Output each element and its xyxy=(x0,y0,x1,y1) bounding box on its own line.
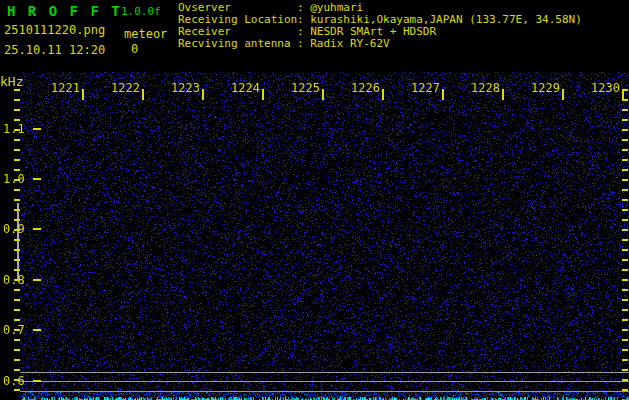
time-tick-mark xyxy=(142,89,144,100)
freq-major-tick xyxy=(33,128,41,130)
app-version: 1.0.0f xyxy=(121,5,161,18)
freq-minor-tick-left xyxy=(14,289,20,291)
spectrogram-plot xyxy=(0,70,629,400)
time-tick-label: 1227 xyxy=(411,81,440,95)
output-filename: 2510111220.png xyxy=(4,23,105,37)
time-tick-mark xyxy=(382,89,384,100)
freq-minor-tick-right xyxy=(622,189,628,191)
freq-minor-tick-left xyxy=(14,189,20,191)
freq-minor-tick-right xyxy=(622,369,628,371)
time-tick-label: 1229 xyxy=(531,81,560,95)
time-tick-label: 1223 xyxy=(171,81,200,95)
freq-major-tick xyxy=(33,329,41,331)
station-info-block: Ovserver: @yuhmariReceiving Location: ku… xyxy=(178,2,582,50)
freq-minor-tick-left xyxy=(14,119,20,121)
time-tick-label: 1222 xyxy=(111,81,140,95)
freq-minor-tick-right xyxy=(622,349,628,351)
freq-minor-tick-left xyxy=(14,139,20,141)
freq-minor-tick-left xyxy=(14,259,20,261)
time-tick-label: 1224 xyxy=(231,81,260,95)
freq-minor-tick-right xyxy=(622,249,628,251)
freq-minor-tick-left xyxy=(14,99,20,101)
app-title: H R O F F T xyxy=(7,3,122,19)
freq-minor-tick-right xyxy=(622,299,628,301)
freq-minor-tick-left xyxy=(14,369,20,371)
freq-minor-tick-right xyxy=(622,339,628,341)
freq-minor-tick-right xyxy=(622,109,628,111)
freq-minor-tick-left xyxy=(14,329,20,331)
freq-minor-tick-left xyxy=(14,349,20,351)
time-tick-label: 1230 xyxy=(591,81,620,95)
freq-minor-tick-left xyxy=(14,379,20,381)
freq-minor-tick-right xyxy=(622,239,628,241)
info-value: Radix RY-62V xyxy=(310,37,389,50)
freq-minor-tick-left xyxy=(14,219,20,221)
freq-minor-tick-right xyxy=(622,99,628,101)
freq-minor-tick-left xyxy=(14,149,20,151)
freq-minor-tick-right xyxy=(622,159,628,161)
freq-minor-tick-left xyxy=(14,389,20,391)
freq-major-tick xyxy=(33,178,41,180)
time-tick-mark xyxy=(322,89,324,100)
freq-minor-tick-left xyxy=(14,279,20,281)
header-bar: H R O F F T 1.0.0f 2510111220.png meteor… xyxy=(0,0,629,70)
time-tick-mark xyxy=(562,89,564,100)
freq-minor-tick-left xyxy=(14,229,20,231)
freq-minor-tick-left xyxy=(14,109,20,111)
freq-minor-tick-left xyxy=(14,89,20,91)
freq-major-tick xyxy=(33,380,41,382)
freq-minor-tick-right xyxy=(622,229,628,231)
freq-minor-tick-right xyxy=(622,89,628,91)
freq-minor-tick-right xyxy=(622,139,628,141)
freq-minor-tick-right xyxy=(622,329,628,331)
freq-minor-tick-right xyxy=(622,379,628,381)
freq-minor-tick-right xyxy=(622,119,628,121)
time-tick-mark xyxy=(82,89,84,100)
freq-minor-tick-right xyxy=(622,279,628,281)
time-tick-label: 1226 xyxy=(351,81,380,95)
info-colon: : xyxy=(297,37,310,50)
freq-minor-tick-right xyxy=(622,199,628,201)
freq-minor-tick-left xyxy=(14,359,20,361)
time-tick-mark xyxy=(262,89,264,100)
freq-minor-tick-left xyxy=(14,209,20,211)
freq-minor-tick-right xyxy=(622,389,628,391)
freq-tick-label: 0.6 xyxy=(3,374,33,388)
freq-minor-tick-left xyxy=(14,249,20,251)
freq-minor-tick-left xyxy=(14,319,20,321)
time-tick-label: 1225 xyxy=(291,81,320,95)
freq-minor-tick-left xyxy=(14,269,20,271)
freq-minor-tick-right xyxy=(622,289,628,291)
time-tick-label: 1228 xyxy=(471,81,500,95)
freq-minor-tick-left xyxy=(14,169,20,171)
freq-major-tick xyxy=(33,279,41,281)
freq-minor-tick-right xyxy=(622,359,628,361)
frequency-unit-label: kHz xyxy=(0,74,23,89)
info-row: Recviving antenna: Radix RY-62V xyxy=(178,38,582,50)
freq-minor-tick-right xyxy=(622,169,628,171)
hrofft-window: H R O F F T 1.0.0f 2510111220.png meteor… xyxy=(0,0,629,400)
echo-count: 0 xyxy=(131,42,138,56)
freq-minor-tick-right xyxy=(622,149,628,151)
freq-major-tick xyxy=(33,228,41,230)
freq-minor-tick-left xyxy=(14,159,20,161)
freq-minor-tick-right xyxy=(622,259,628,261)
freq-minor-tick-left xyxy=(14,129,20,131)
freq-minor-tick-left xyxy=(14,179,20,181)
station-name: meteor xyxy=(124,27,167,41)
freq-minor-tick-left xyxy=(14,299,20,301)
freq-minor-tick-left xyxy=(14,199,20,201)
freq-minor-tick-left xyxy=(14,239,20,241)
freq-minor-tick-right xyxy=(622,129,628,131)
freq-minor-tick-left xyxy=(14,309,20,311)
freq-minor-tick-right xyxy=(622,209,628,211)
time-tick-mark xyxy=(502,89,504,100)
freq-minor-tick-left xyxy=(14,339,20,341)
freq-minor-tick-right xyxy=(622,219,628,221)
observation-datetime: 25.10.11 12:20 xyxy=(4,43,105,57)
info-label: Recviving antenna xyxy=(178,38,297,50)
freq-minor-tick-right xyxy=(622,309,628,311)
time-tick-mark xyxy=(442,89,444,100)
time-tick-label: 1221 xyxy=(51,81,80,95)
freq-minor-tick-right xyxy=(622,179,628,181)
